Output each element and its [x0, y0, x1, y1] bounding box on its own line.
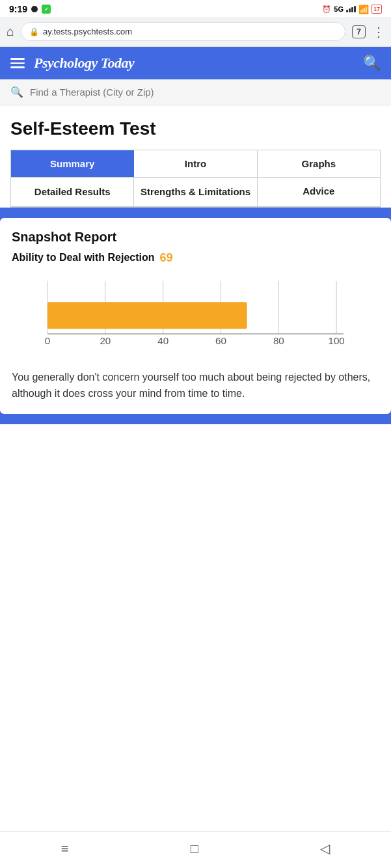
url-bar[interactable]: 🔒 ay.tests.psychtests.com — [21, 22, 345, 41]
site-logo: Psychology Today — [34, 55, 134, 72]
tab-count-button[interactable]: 7 — [352, 25, 366, 38]
tabs-row-bottom: Detailed Results Strengths & Limitations… — [11, 178, 380, 207]
site-header: Psychology Today 🔍 — [0, 47, 391, 79]
header-search-button[interactable]: 🔍 — [363, 55, 381, 72]
hamburger-line — [10, 62, 25, 64]
android-menu-button[interactable]: ≡ — [48, 839, 82, 859]
svg-text:0: 0 — [45, 335, 50, 346]
status-bar: 9:19 ✓ ⏰ 5G 📶 17 — [0, 0, 391, 17]
bar-chart: 0 20 40 60 80 100 — [12, 274, 379, 359]
chart-svg: 0 20 40 60 80 100 — [12, 274, 379, 359]
alarm-icon: ⏰ — [322, 5, 331, 14]
browser-home-button[interactable]: ⌂ — [7, 24, 14, 39]
tab-graphs[interactable]: Graphs — [258, 150, 380, 177]
svg-text:100: 100 — [329, 335, 345, 346]
status-green-icon: ✓ — [42, 5, 51, 14]
snapshot-card: Snapshot Report Ability to Deal with Rej… — [0, 218, 391, 414]
battery-icon: 17 — [371, 5, 382, 14]
therapist-search-input[interactable] — [30, 87, 381, 98]
wifi-icon: 📶 — [358, 5, 369, 14]
page-content: Self-Esteem Test Summary Intro Graphs De… — [0, 105, 391, 208]
signal-bars — [346, 6, 356, 12]
network-icon: 5G — [334, 5, 344, 13]
therapist-search-bar: 🔍 — [0, 79, 391, 105]
hamburger-line — [10, 58, 25, 60]
browser-menu-button[interactable]: ⋮ — [372, 24, 384, 40]
tab-strengths-limitations[interactable]: Strengths & Limitations — [134, 178, 257, 206]
android-back-button[interactable]: ◁ — [307, 838, 343, 859]
hamburger-menu-button[interactable] — [10, 58, 25, 68]
android-home-button[interactable]: □ — [178, 839, 211, 859]
lock-icon: 🔒 — [29, 27, 39, 36]
snapshot-description: You generally don't concern yourself too… — [12, 369, 379, 402]
snapshot-section: Snapshot Report Ability to Deal with Rej… — [0, 208, 391, 424]
svg-text:60: 60 — [215, 335, 226, 346]
tab-advice[interactable]: Advice — [258, 178, 380, 206]
url-text: ay.tests.psychtests.com — [43, 27, 132, 36]
tabs-container: Summary Intro Graphs Detailed Results St… — [10, 150, 381, 208]
status-time: 9:19 — [9, 4, 27, 14]
tabs-row-top: Summary Intro Graphs — [11, 150, 380, 178]
svg-rect-7 — [47, 302, 247, 329]
svg-text:80: 80 — [273, 335, 284, 346]
browser-bar: ⌂ 🔒 ay.tests.psychtests.com 7 ⋮ — [0, 17, 391, 47]
tab-summary[interactable]: Summary — [11, 150, 134, 177]
search-icon: 🔍 — [10, 86, 23, 98]
status-icons: ⏰ 5G 📶 17 — [322, 5, 382, 14]
tab-detailed-results[interactable]: Detailed Results — [11, 178, 134, 206]
svg-text:40: 40 — [157, 335, 169, 346]
status-dot — [31, 6, 38, 12]
metric-row: Ability to Deal with Rejection 69 — [12, 251, 379, 265]
svg-text:20: 20 — [100, 335, 111, 346]
hamburger-line — [10, 66, 25, 68]
metric-value: 69 — [160, 251, 173, 265]
android-nav-bar: ≡ □ ◁ — [0, 831, 391, 868]
tab-intro[interactable]: Intro — [134, 150, 257, 177]
snapshot-title: Snapshot Report — [12, 230, 379, 245]
metric-label: Ability to Deal with Rejection — [12, 252, 155, 264]
page-title: Self-Esteem Test — [10, 118, 381, 139]
